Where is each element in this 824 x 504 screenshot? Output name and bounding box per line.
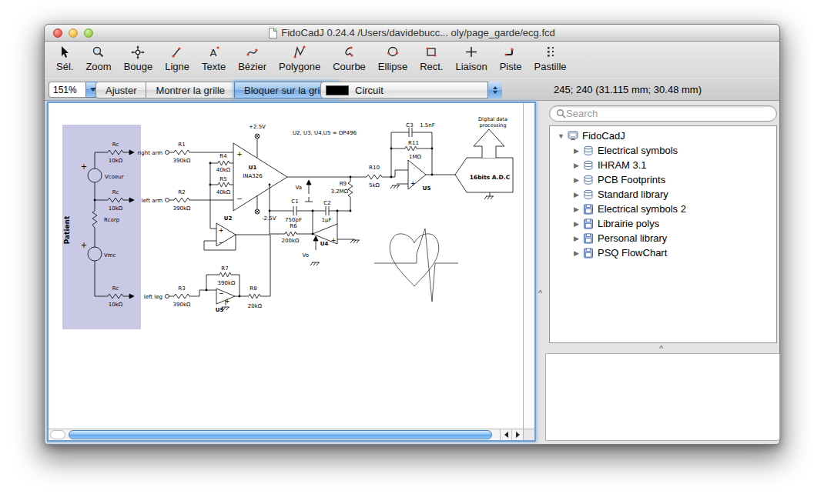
svg-text:U4: U4 xyxy=(320,241,329,247)
window-title: FidoCadJ 0.24.4 /Users/davidebucc... oly… xyxy=(269,27,555,38)
fit-button[interactable]: Ajuster xyxy=(95,82,146,98)
svg-text:+: + xyxy=(81,241,87,249)
tree-item-electrical-symbols[interactable]: ▶ Electrical symbols xyxy=(550,143,776,158)
tree-item-standard-library[interactable]: ▶ Standard library xyxy=(550,187,776,202)
library-file-icon xyxy=(582,233,595,244)
tool-label: Liaison xyxy=(455,61,487,72)
options-toolbar: 151% Ajuster Montrer la grille Bloquer s… xyxy=(45,78,779,101)
tree-item-psq-flowchart[interactable]: ▶ PSQ FlowChart xyxy=(550,245,776,260)
svg-text:U5: U5 xyxy=(423,185,431,192)
close-button[interactable] xyxy=(53,28,62,38)
tree-item-label: Electrical symbols 2 xyxy=(598,203,686,215)
svg-text:Rc: Rc xyxy=(112,189,119,195)
tool-polygon[interactable]: Polygone xyxy=(273,45,326,72)
layer-select[interactable]: Circuit xyxy=(320,82,502,98)
tool-zoom[interactable]: Zoom xyxy=(80,45,116,72)
drawing-canvas[interactable]: Patient + + Rc10kΩ Rc10kΩ Rc10kΩ Vcoeur … xyxy=(49,103,523,420)
disclosure-collapsed-icon[interactable]: ▶ xyxy=(572,162,581,169)
disclosure-collapsed-icon[interactable]: ▶ xyxy=(572,235,581,242)
line-icon xyxy=(169,45,186,60)
svg-text:Rc: Rc xyxy=(112,142,119,148)
tree-item-personal-library[interactable]: ▶ Personal library xyxy=(550,231,776,245)
tree-item-label: PSQ FlowChart xyxy=(598,247,667,259)
vertical-split-handle[interactable]: ^ xyxy=(538,289,542,296)
scroll-left-button[interactable] xyxy=(501,429,511,440)
connection-icon xyxy=(463,45,480,60)
chevron-up-icon xyxy=(493,86,497,89)
search-input[interactable] xyxy=(566,108,770,119)
tool-bezier[interactable]: Bézier xyxy=(233,45,272,72)
tool-rectangle[interactable]: Rect. xyxy=(414,45,448,72)
tree-item-librairie-polys[interactable]: ▶ Librairie polys xyxy=(550,216,776,231)
tree-item-label: Electrical symbols xyxy=(598,145,678,156)
tool-text[interactable]: A Texte xyxy=(196,45,231,72)
tree-item-electrical-symbols-2[interactable]: ▶ Electrical symbols 2 xyxy=(550,202,776,216)
document-icon xyxy=(269,28,277,38)
title-bar[interactable]: FidoCadJ 0.24.4 /Users/davidebucc... oly… xyxy=(45,25,779,42)
tree-root-fidocadj[interactable]: ▼ FidoCadJ xyxy=(550,129,776,143)
svg-text:A: A xyxy=(209,47,216,58)
svg-text:Rc: Rc xyxy=(112,285,119,292)
disclosure-expanded-icon[interactable]: ▼ xyxy=(557,132,565,140)
tree-item-label: IHRAM 3.1 xyxy=(598,159,647,171)
tool-ellipse[interactable]: Ellipse xyxy=(373,45,413,72)
magnifier-icon xyxy=(90,45,107,60)
tool-move[interactable]: Bouge xyxy=(119,45,159,72)
svg-text:40kΩ: 40kΩ xyxy=(216,167,231,173)
vertical-scrollbar[interactable] xyxy=(523,103,534,429)
tool-pad[interactable]: Pastille xyxy=(529,45,572,72)
app-window: FidoCadJ 0.24.4 /Users/davidebucc... oly… xyxy=(44,24,780,445)
tool-track[interactable]: Piste xyxy=(494,45,528,72)
tree-item-pcb-footprints[interactable]: ▶ PCB Footprints xyxy=(550,172,776,187)
svg-text:200kΩ: 200kΩ xyxy=(282,238,300,244)
svg-text:1MΩ: 1MΩ xyxy=(409,154,421,160)
tool-select[interactable]: Sél. xyxy=(51,45,79,72)
disclosure-collapsed-icon[interactable]: ▶ xyxy=(572,191,581,199)
show-grid-button[interactable]: Montrer la grille xyxy=(146,82,234,98)
zoom-combo[interactable]: 151% xyxy=(49,82,100,98)
minimize-button[interactable] xyxy=(69,28,78,38)
svg-text:+: + xyxy=(236,150,243,158)
triangle-left-icon xyxy=(504,432,508,438)
tool-connection[interactable]: Liaison xyxy=(450,45,492,72)
scroll-right-button[interactable] xyxy=(511,429,523,440)
tool-line[interactable]: Ligne xyxy=(159,45,195,72)
tree-item-label: PCB Footprints xyxy=(598,174,665,185)
svg-text:R2: R2 xyxy=(178,189,185,195)
scroll-track-cap xyxy=(50,430,65,439)
zoom-window-button[interactable] xyxy=(84,28,93,38)
curve-icon xyxy=(341,45,358,60)
svg-text:U1: U1 xyxy=(249,165,257,171)
svg-text:10kΩ: 10kΩ xyxy=(109,205,123,212)
horizontal-scroll-thumb[interactable] xyxy=(69,430,492,439)
library-file-icon xyxy=(582,248,595,259)
svg-text:R3: R3 xyxy=(178,285,185,292)
panel-divider[interactable]: ^ xyxy=(545,343,780,353)
svg-text:20kΩ: 20kΩ xyxy=(248,303,263,309)
library-db-icon xyxy=(582,175,595,185)
tool-curve[interactable]: Courbe xyxy=(327,45,371,72)
tree-item-ihram[interactable]: ▶ IHRAM 3.1 xyxy=(550,158,776,172)
disclosure-collapsed-icon[interactable]: ▶ xyxy=(572,249,581,257)
tool-label: Polygone xyxy=(279,61,320,72)
horizontal-split-handle[interactable]: ^ xyxy=(659,344,663,352)
tool-label: Bouge xyxy=(124,61,153,72)
disclosure-collapsed-icon[interactable]: ▶ xyxy=(572,176,581,184)
disclosure-collapsed-icon[interactable]: ▶ xyxy=(572,220,581,228)
tree-item-label: FidoCadJ xyxy=(582,130,625,142)
horizontal-scrollbar[interactable] xyxy=(49,429,523,440)
svg-text:10kΩ: 10kΩ xyxy=(109,158,123,164)
resistor-r8 xyxy=(249,294,260,299)
tools-toolbar: Sél. Zoom Bouge Ligne A Texte Bézier Pol… xyxy=(45,42,779,78)
disclosure-collapsed-icon[interactable]: ▶ xyxy=(572,205,581,213)
svg-text:+2.5V: +2.5V xyxy=(249,124,266,130)
disclosure-collapsed-icon[interactable]: ▶ xyxy=(572,147,581,155)
schematic-canvas[interactable]: Patient + + Rc10kΩ Rc10kΩ Rc10kΩ Vcoeur … xyxy=(49,103,523,420)
svg-text:R4: R4 xyxy=(219,153,227,159)
svg-text:R1: R1 xyxy=(178,142,185,148)
scroll-arrows xyxy=(500,429,523,440)
layer-stepper[interactable] xyxy=(487,82,502,98)
zoom-value[interactable]: 151% xyxy=(49,82,85,98)
library-search[interactable] xyxy=(549,105,777,122)
svg-text:−: − xyxy=(219,290,224,297)
